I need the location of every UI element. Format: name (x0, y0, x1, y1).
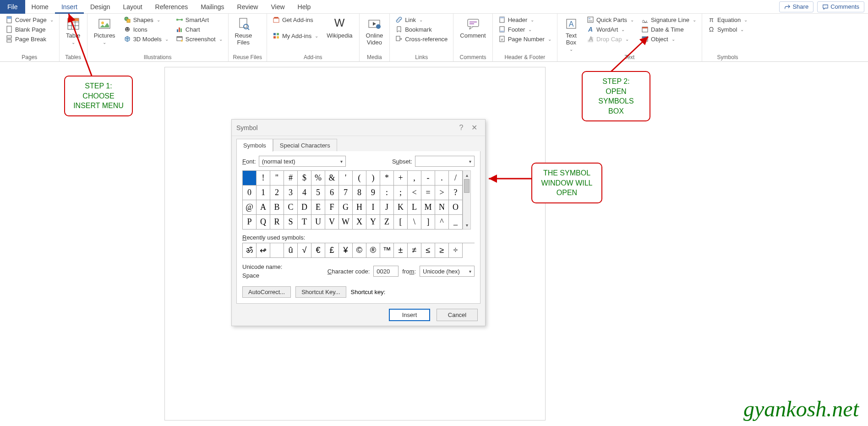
symbol-cell[interactable]: , (408, 171, 421, 186)
symbol-cell[interactable]: ! (257, 171, 270, 186)
recent-symbol-cell[interactable]: ® (366, 243, 380, 258)
symbol-cell[interactable]: F (325, 200, 339, 215)
symbol-cell[interactable]: L (408, 200, 421, 215)
icons-button[interactable]: Icons (123, 25, 169, 33)
3d-models-button[interactable]: 3D Models⌄ (123, 35, 169, 43)
symbol-cell[interactable]: 2 (270, 186, 284, 200)
recent-symbol-cell[interactable]: û (284, 243, 298, 258)
scroll-down[interactable]: ▾ (463, 221, 470, 229)
tab-insert[interactable]: Insert (55, 0, 84, 14)
tab-symbols[interactable]: Symbols (236, 139, 273, 152)
page-number-button[interactable]: # Page Number⌄ (497, 35, 552, 43)
symbol-cell[interactable]: @ (243, 200, 257, 215)
symbol-cell[interactable]: W (339, 215, 353, 229)
subset-select[interactable]: ▾ (415, 156, 475, 167)
scroll-up[interactable]: ▴ (463, 171, 470, 179)
close-button[interactable]: ✕ (468, 123, 480, 132)
symbol-cell[interactable] (243, 171, 257, 186)
symbol-cell[interactable]: ; (394, 186, 408, 200)
pictures-button[interactable]: Pictures⌄ (92, 16, 117, 46)
symbol-cell[interactable]: N (435, 200, 449, 215)
symbol-cell[interactable]: Y (366, 215, 380, 229)
wordart-button[interactable]: A WordArt⌄ (586, 25, 635, 33)
scroll-thumb[interactable] (464, 179, 469, 193)
screenshot-button[interactable]: Screenshot⌄ (175, 35, 224, 43)
reuse-files-button[interactable]: Reuse Files (233, 16, 254, 47)
comment-button[interactable]: Comment (458, 16, 487, 40)
blank-page-button[interactable]: Blank Page (5, 25, 55, 33)
symbol-cell[interactable]: \ (408, 215, 421, 229)
symbol-cell[interactable]: ^ (435, 215, 449, 229)
symbol-grid[interactable]: !"#$%&'()*+,-./0123456789:;<=>?@ABCDEFGH… (242, 170, 463, 229)
recent-symbols[interactable]: ॐ↫û√€£¥©®™±≠≤≥÷ (242, 243, 475, 258)
symbol-cell[interactable]: 6 (325, 186, 339, 200)
symbol-cell[interactable]: G (339, 200, 353, 215)
symbol-cell[interactable]: I (366, 200, 380, 215)
comments-button[interactable]: Comments (817, 1, 864, 12)
symbol-cell[interactable]: / (449, 171, 463, 186)
recent-symbol-cell[interactable]: € (311, 243, 325, 258)
symbol-cell[interactable]: # (284, 171, 298, 186)
symbol-cell[interactable]: 9 (366, 186, 380, 200)
from-select[interactable]: Unicode (hex)▾ (420, 266, 475, 277)
symbol-cell[interactable]: R (270, 215, 284, 229)
symbol-cell[interactable]: [ (394, 215, 408, 229)
font-select[interactable]: (normal text)▾ (259, 156, 346, 167)
share-button[interactable]: Share (779, 1, 813, 12)
tab-layout[interactable]: Layout (117, 0, 149, 14)
symbol-cell[interactable]: 4 (298, 186, 311, 200)
symbol-button[interactable]: Ω Symbol⌄ (707, 25, 748, 33)
symbol-cell[interactable]: 8 (353, 186, 366, 200)
help-button[interactable]: ? (455, 124, 468, 132)
tab-review[interactable]: Review (231, 0, 265, 14)
char-code-input[interactable]: 0020 (373, 266, 399, 277)
tab-design[interactable]: Design (84, 0, 117, 14)
symbol-cell[interactable]: > (435, 186, 449, 200)
symbol-cell[interactable]: H (353, 200, 366, 215)
recent-symbol-cell[interactable]: ॐ (243, 243, 257, 258)
symbol-cell[interactable]: " (270, 171, 284, 186)
recent-symbol-cell[interactable]: £ (325, 243, 339, 258)
symbol-cell[interactable]: Z (380, 215, 394, 229)
symbol-cell[interactable]: ] (421, 215, 435, 229)
symbol-cell[interactable]: X (353, 215, 366, 229)
symbol-cell[interactable]: ) (366, 171, 380, 186)
recent-symbol-cell[interactable]: ± (394, 243, 408, 258)
symbol-cell[interactable]: 1 (257, 186, 270, 200)
symbol-cell[interactable]: + (394, 171, 408, 186)
symbol-cell[interactable]: P (243, 215, 257, 229)
link-button[interactable]: Link⌄ (394, 16, 448, 24)
object-button[interactable]: Object⌄ (640, 35, 697, 43)
symbol-cell[interactable]: B (270, 200, 284, 215)
tab-special-characters[interactable]: Special Characters (273, 139, 337, 152)
cover-page-button[interactable]: Cover Page⌄ (5, 16, 55, 24)
recent-symbol-cell[interactable]: ¥ (339, 243, 353, 258)
symbol-cell[interactable]: A (257, 200, 270, 215)
symbol-cell[interactable]: 0 (243, 186, 257, 200)
get-addins-button[interactable]: Get Add-ins (272, 16, 319, 24)
recent-symbol-cell[interactable]: ≠ (408, 243, 421, 258)
footer-button[interactable]: Footer⌄ (497, 25, 552, 33)
symbol-cell[interactable]: % (311, 171, 325, 186)
dialog-titlebar[interactable]: Symbol ? ✕ (232, 120, 485, 136)
symbol-cell[interactable]: J (380, 200, 394, 215)
symbol-cell[interactable]: . (435, 171, 449, 186)
tab-file[interactable]: File (0, 0, 25, 14)
shortcut-key-button[interactable]: Shortcut Key... (295, 286, 346, 298)
symbol-cell[interactable]: 7 (339, 186, 353, 200)
recent-symbol-cell[interactable]: © (353, 243, 366, 258)
shapes-button[interactable]: Shapes⌄ (123, 16, 169, 24)
symbol-cell[interactable]: ? (449, 186, 463, 200)
wikipedia-button[interactable]: W Wikipedia (325, 16, 354, 40)
symbol-cell[interactable]: E (311, 200, 325, 215)
symbol-cell[interactable]: 3 (284, 186, 298, 200)
text-box-button[interactable]: A Text Box⌄ (562, 16, 580, 53)
symbol-cell[interactable]: Q (257, 215, 270, 229)
tab-home[interactable]: Home (25, 0, 55, 14)
symbol-cell[interactable]: : (380, 186, 394, 200)
online-video-button[interactable]: Online Video (364, 16, 385, 47)
symbol-cell[interactable]: ' (339, 171, 353, 186)
symbol-cell[interactable]: D (298, 200, 311, 215)
symbol-cell[interactable]: $ (298, 171, 311, 186)
symbol-cell[interactable]: ( (353, 171, 366, 186)
